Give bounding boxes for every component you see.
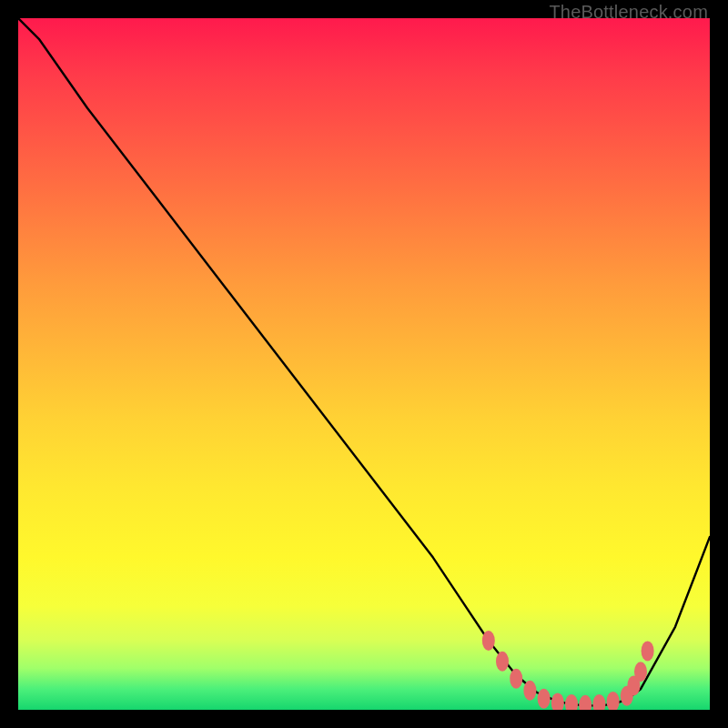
- sweet-spot-marker: [538, 689, 551, 709]
- bottleneck-curve: [18, 18, 710, 705]
- chart-svg: [18, 18, 710, 710]
- sweet-spot-marker: [579, 695, 592, 710]
- chart-container: TheBottleneck.com: [0, 0, 728, 728]
- sweet-spot-marker: [523, 681, 536, 701]
- sweet-spot-markers: [482, 631, 654, 710]
- sweet-spot-marker: [634, 662, 647, 682]
- sweet-spot-marker: [607, 692, 620, 710]
- sweet-spot-marker: [482, 631, 495, 651]
- sweet-spot-marker: [565, 694, 578, 710]
- plot-area: [18, 18, 710, 710]
- sweet-spot-marker: [510, 669, 522, 689]
- sweet-spot-marker: [592, 694, 605, 710]
- sweet-spot-marker: [642, 641, 654, 661]
- sweet-spot-marker: [551, 693, 564, 710]
- sweet-spot-marker: [496, 652, 509, 672]
